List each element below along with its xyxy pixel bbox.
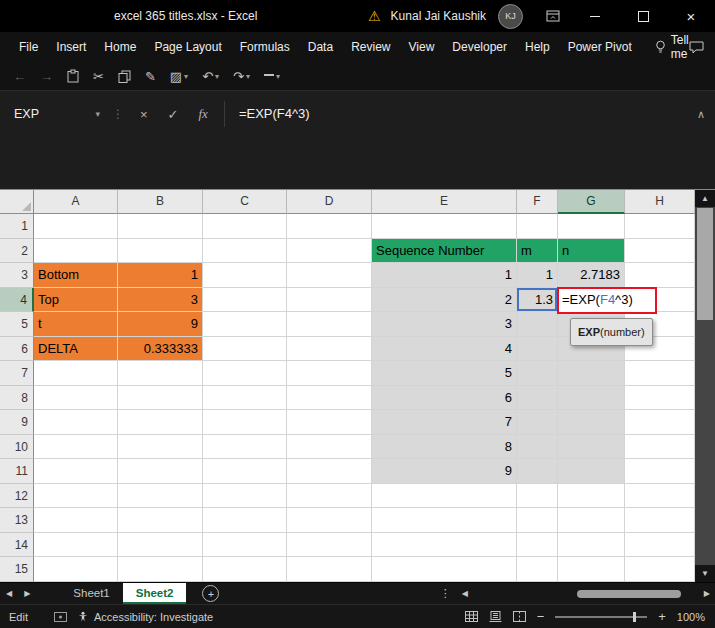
cell-G7[interactable] — [558, 361, 625, 386]
minimize-button[interactable] — [571, 0, 619, 32]
cell-D1[interactable] — [287, 214, 372, 239]
cell-F2[interactable]: m — [517, 239, 558, 264]
vertical-scroll-thumb[interactable] — [697, 208, 713, 320]
cell-B11[interactable] — [118, 459, 203, 484]
cell-F8[interactable] — [517, 386, 558, 411]
cell-C11[interactable] — [203, 459, 287, 484]
menu-item-file[interactable]: File — [10, 32, 47, 62]
cell-G9[interactable] — [558, 410, 625, 435]
vertical-scrollbar[interactable]: ▲ ▼ — [695, 190, 715, 582]
row-header-3[interactable]: 3 — [0, 263, 34, 288]
cell-B1[interactable] — [118, 214, 203, 239]
collapse-formula-bar-icon[interactable]: ∧ — [697, 108, 705, 121]
row-header-13[interactable]: 13 — [0, 508, 34, 533]
avatar[interactable]: KJ — [498, 4, 523, 29]
cell-F15[interactable] — [517, 557, 558, 582]
cell-E7[interactable]: 5 — [372, 361, 517, 386]
paste-icon[interactable] — [60, 69, 86, 83]
cell-H8[interactable] — [625, 386, 695, 411]
cell-H13[interactable] — [625, 508, 695, 533]
sheet-tab-sheet1[interactable]: Sheet1 — [60, 583, 122, 604]
cell-F9[interactable] — [517, 410, 558, 435]
row-header-12[interactable]: 12 — [0, 484, 34, 509]
row-header-5[interactable]: 5 — [0, 312, 34, 337]
more-icon[interactable]: ⋮ — [434, 587, 457, 600]
cell-E8[interactable]: 6 — [372, 386, 517, 411]
cell-C7[interactable] — [203, 361, 287, 386]
page-break-view-icon[interactable] — [513, 611, 526, 622]
cell-H10[interactable] — [625, 435, 695, 460]
cell-C2[interactable] — [203, 239, 287, 264]
maximize-button[interactable] — [619, 0, 667, 32]
cell-G10[interactable] — [558, 435, 625, 460]
cell-D13[interactable] — [287, 508, 372, 533]
column-header-D[interactable]: D — [287, 190, 372, 214]
horizontal-scroll-thumb[interactable] — [577, 590, 681, 598]
cell-G13[interactable] — [558, 508, 625, 533]
cell-G11[interactable] — [558, 459, 625, 484]
tell-me-button[interactable]: Tell me — [655, 33, 689, 61]
user-name[interactable]: Kunal Jai Kaushik — [391, 9, 486, 23]
cell-D3[interactable] — [287, 263, 372, 288]
cell-A2[interactable] — [34, 239, 118, 264]
cell-E9[interactable]: 7 — [372, 410, 517, 435]
menu-item-power-pivot[interactable]: Power Pivot — [559, 32, 641, 62]
cell-G3[interactable]: 2.7183 — [558, 263, 625, 288]
cell-A4[interactable]: Top — [34, 288, 118, 313]
scroll-down-icon[interactable]: ▼ — [695, 565, 715, 582]
cell-A12[interactable] — [34, 484, 118, 509]
forward-icon[interactable]: → — [33, 69, 60, 84]
cell-G14[interactable] — [558, 533, 625, 558]
menu-item-review[interactable]: Review — [342, 32, 399, 62]
cell-C12[interactable] — [203, 484, 287, 509]
cell-A13[interactable] — [34, 508, 118, 533]
cell-G8[interactable] — [558, 386, 625, 411]
cell-B10[interactable] — [118, 435, 203, 460]
zoom-slider[interactable] — [555, 616, 647, 618]
column-header-A[interactable]: A — [34, 190, 118, 214]
cell-E4[interactable]: 2 — [372, 288, 517, 313]
cell-B7[interactable] — [118, 361, 203, 386]
cell-C13[interactable] — [203, 508, 287, 533]
cell-F4[interactable]: 1.3 — [517, 288, 558, 313]
cell-F5[interactable] — [517, 312, 558, 337]
cell-C4[interactable] — [203, 288, 287, 313]
cell-A8[interactable] — [34, 386, 118, 411]
customize-qat-button[interactable]: ▾ — [257, 72, 287, 81]
column-header-H[interactable]: H — [625, 190, 695, 214]
cut-icon[interactable]: ✂ — [86, 69, 111, 84]
menu-item-insert[interactable]: Insert — [47, 32, 95, 62]
cell-F1[interactable] — [517, 214, 558, 239]
cell-E5[interactable]: 3 — [372, 312, 517, 337]
cell-F11[interactable] — [517, 459, 558, 484]
cell-F10[interactable] — [517, 435, 558, 460]
chevron-down-icon[interactable]: ▾ — [95, 109, 100, 119]
zoom-in-icon[interactable]: + — [658, 609, 666, 624]
row-header-6[interactable]: 6 — [0, 337, 34, 362]
cell-E3[interactable]: 1 — [372, 263, 517, 288]
cell-D12[interactable] — [287, 484, 372, 509]
cell-D5[interactable] — [287, 312, 372, 337]
cell-C6[interactable] — [203, 337, 287, 362]
cancel-icon[interactable]: × — [130, 107, 158, 122]
menu-item-home[interactable]: Home — [95, 32, 145, 62]
cell-F13[interactable] — [517, 508, 558, 533]
cell-A5[interactable]: t — [34, 312, 118, 337]
cell-B9[interactable] — [118, 410, 203, 435]
enter-icon[interactable]: ✓ — [158, 107, 189, 122]
row-header-1[interactable]: 1 — [0, 214, 34, 239]
comments-icon[interactable] — [689, 41, 704, 54]
cell-B8[interactable] — [118, 386, 203, 411]
hscroll-left-icon[interactable]: ◀ — [457, 589, 473, 598]
cell-G12[interactable] — [558, 484, 625, 509]
sheet-tab-sheet2[interactable]: Sheet2 — [123, 583, 187, 604]
warning-icon[interactable]: ⚠ — [368, 8, 381, 24]
cell-C8[interactable] — [203, 386, 287, 411]
cell-B15[interactable] — [118, 557, 203, 582]
cell-F12[interactable] — [517, 484, 558, 509]
cell-B3[interactable]: 1 — [118, 263, 203, 288]
cell-E12[interactable] — [372, 484, 517, 509]
page-layout-view-icon[interactable] — [489, 611, 502, 622]
cell-A6[interactable]: DELTA — [34, 337, 118, 362]
cell-H12[interactable] — [625, 484, 695, 509]
